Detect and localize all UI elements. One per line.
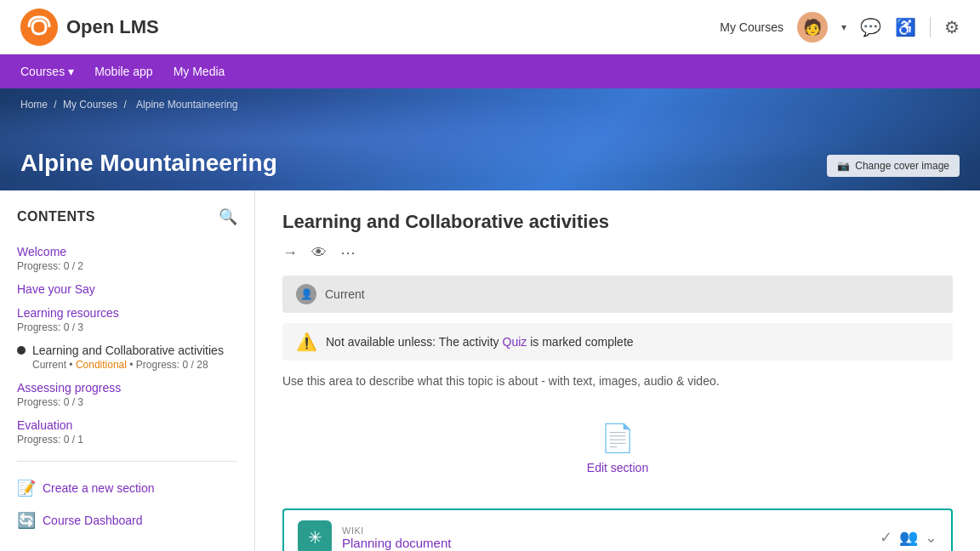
edit-section-icon: 📄 xyxy=(601,422,635,454)
top-nav-right: My Courses 🧑 ▾ 💬 ♿ ⚙ xyxy=(720,12,960,43)
course-title: Alpine Mountaineering xyxy=(20,150,277,177)
meta-separator2: • xyxy=(129,359,136,371)
avatar-emoji: 🧑 xyxy=(803,18,822,37)
current-label: Current xyxy=(325,287,365,301)
learning-collab-meta: Current • Conditional • Progress: 0 / 28 xyxy=(17,359,237,371)
sidebar-item-learning-collab: Learning and Collaborative activities Cu… xyxy=(0,338,254,376)
eye-icon[interactable]: 👁 xyxy=(311,244,327,262)
change-cover-button[interactable]: 📷 Change cover image xyxy=(827,155,960,177)
breadcrumb-sep2: / xyxy=(123,99,129,111)
sidebar: CONTENTS 🔍 Welcome Progress: 0 / 2 Have … xyxy=(0,190,255,551)
section-toolbar: → 👁 ⋯ xyxy=(282,243,953,262)
avatar[interactable]: 🧑 xyxy=(797,12,828,43)
breadcrumb-home[interactable]: Home xyxy=(20,99,48,111)
nav-item-media[interactable]: My Media xyxy=(174,58,225,85)
logo-area: Open LMS xyxy=(20,9,159,46)
my-courses-link[interactable]: My Courses xyxy=(720,20,783,34)
wiki-info: WIKI Planning document xyxy=(342,525,451,550)
arrow-right-icon[interactable]: → xyxy=(282,244,298,262)
dashboard-icon: 🔄 xyxy=(17,511,36,530)
nav-divider xyxy=(930,17,931,37)
contents-header: CONTENTS 🔍 xyxy=(0,207,254,240)
wiki-expand-icon[interactable]: ⌄ xyxy=(925,528,937,547)
learning-resources-progress: Progress: 0 / 3 xyxy=(17,321,237,333)
top-nav: Open LMS My Courses 🧑 ▾ 💬 ♿ ⚙ xyxy=(0,0,980,54)
nav-item-courses[interactable]: Courses ▾ xyxy=(20,58,74,85)
quiz-link[interactable]: Quiz xyxy=(503,335,527,349)
sidebar-item-welcome: Welcome Progress: 0 / 2 xyxy=(0,240,254,277)
logo-text: Open LMS xyxy=(66,16,159,38)
learning-resources-link[interactable]: Learning resources xyxy=(17,306,237,320)
breadcrumb-current: Alpine Mountaineering xyxy=(136,99,237,111)
gear-icon[interactable]: ⚙ xyxy=(944,17,960,37)
edit-section-button[interactable]: Edit section xyxy=(587,461,648,474)
sidebar-item-evaluation: Evaluation Progress: 0 / 1 xyxy=(0,413,254,451)
accessibility-icon[interactable]: ♿ xyxy=(895,17,916,37)
assessing-link[interactable]: Assessing progress xyxy=(17,381,237,395)
wiki-icon-box: ✳ xyxy=(298,520,332,551)
purple-nav: Courses ▾ Mobile app My Media xyxy=(0,54,980,88)
create-section-action[interactable]: 📝 Create a new section xyxy=(0,472,254,504)
welcome-link[interactable]: Welcome xyxy=(17,245,237,258)
wiki-left: ✳ WIKI Planning document xyxy=(298,520,451,551)
wiki-check-icon[interactable]: ✓ xyxy=(880,528,892,547)
chevron-down-icon: ▾ xyxy=(841,21,846,33)
sidebar-item-assessing: Assessing progress Progress: 0 / 3 xyxy=(0,376,254,413)
user-icon: 👤 xyxy=(300,288,313,300)
warning-banner: ⚠️ Not available unless: The activity Qu… xyxy=(282,323,953,361)
contents-title: CONTENTS xyxy=(17,209,95,224)
course-dashboard-label: Course Dashboard xyxy=(43,514,143,527)
chat-icon[interactable]: 💬 xyxy=(860,17,881,37)
welcome-progress: Progress: 0 / 2 xyxy=(17,260,237,272)
breadcrumb-mycourses[interactable]: My Courses xyxy=(63,99,117,111)
more-options-icon[interactable]: ⋯ xyxy=(340,243,356,262)
current-status-icon: 👤 xyxy=(296,284,316,304)
learning-collab-progress: Progress: 0 / 28 xyxy=(136,359,208,371)
nav-media-label: My Media xyxy=(174,65,225,78)
wiki-asterisk-icon: ✳ xyxy=(308,527,322,548)
section-description: Use this area to describe what this topi… xyxy=(282,374,953,388)
conditional-label: Conditional xyxy=(76,359,127,371)
nav-courses-label: Courses xyxy=(20,65,65,78)
nav-item-mobile[interactable]: Mobile app xyxy=(94,58,153,85)
change-cover-label: Change cover image xyxy=(855,160,949,172)
wiki-type-label: WIKI xyxy=(342,525,451,536)
meta-separator: • xyxy=(69,359,76,371)
camera-icon: 📷 xyxy=(837,160,850,172)
evaluation-link[interactable]: Evaluation xyxy=(17,418,237,432)
search-button[interactable]: 🔍 xyxy=(219,207,237,226)
warning-text-before: Not available unless: The activity xyxy=(326,335,499,349)
wiki-title[interactable]: Planning document xyxy=(342,536,451,550)
wiki-people-icon[interactable]: 👥 xyxy=(899,528,918,547)
hero-banner: Home / My Courses / Alpine Mountaineerin… xyxy=(0,88,980,190)
current-meta-label: Current xyxy=(32,359,66,371)
haveyoursay-link[interactable]: Have your Say xyxy=(17,282,237,296)
create-section-label: Create a new section xyxy=(43,481,155,495)
current-banner: 👤 Current xyxy=(282,276,953,313)
breadcrumb-sep1: / xyxy=(54,99,60,111)
sidebar-divider xyxy=(17,461,237,462)
svg-point-0 xyxy=(20,9,58,46)
section-title: Learning and Collaborative activities xyxy=(282,211,953,233)
warning-text-after: is marked complete xyxy=(530,335,633,349)
sidebar-item-learning-resources: Learning resources Progress: 0 / 3 xyxy=(0,301,254,338)
course-dashboard-action[interactable]: 🔄 Course Dashboard xyxy=(0,504,254,537)
nav-mobile-label: Mobile app xyxy=(94,65,153,78)
wiki-card: ✳ WIKI Planning document ✓ 👥 ⌄ xyxy=(282,508,953,551)
sidebar-item-haveyoursay: Have your Say xyxy=(0,277,254,301)
breadcrumb: Home / My Courses / Alpine Mountaineerin… xyxy=(20,99,241,111)
evaluation-progress: Progress: 0 / 1 xyxy=(17,434,237,446)
warning-text: Not available unless: The activity Quiz … xyxy=(326,335,634,349)
create-section-icon: 📝 xyxy=(17,479,36,497)
openlms-logo-icon xyxy=(20,9,58,46)
warning-triangle-icon: ⚠️ xyxy=(296,332,317,352)
main-content: CONTENTS 🔍 Welcome Progress: 0 / 2 Have … xyxy=(0,190,980,551)
courses-chevron-icon: ▾ xyxy=(68,65,74,78)
edit-section-area: 📄 Edit section xyxy=(282,408,953,488)
assessing-progress: Progress: 0 / 3 xyxy=(17,396,237,408)
wiki-right: ✓ 👥 ⌄ xyxy=(880,528,937,547)
active-dot-icon xyxy=(17,346,26,355)
main-panel: Learning and Collaborative activities → … xyxy=(255,190,980,551)
learning-collab-label[interactable]: Learning and Collaborative activities xyxy=(32,344,224,357)
